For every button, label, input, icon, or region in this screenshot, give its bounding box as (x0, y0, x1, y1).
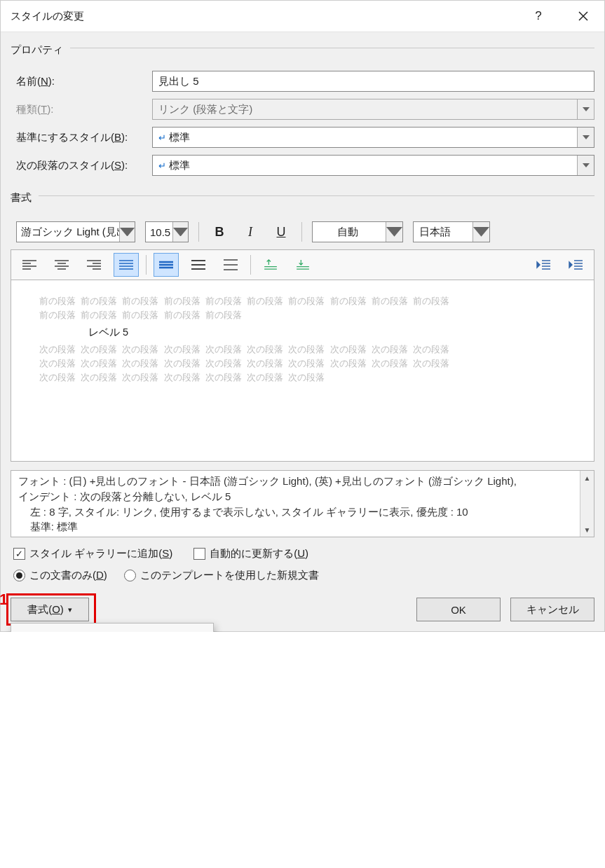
next-style-value: 標準 (169, 159, 190, 172)
italic-button[interactable]: I (240, 221, 261, 242)
font-color-combo[interactable]: 自動 (312, 221, 403, 242)
next-style-combo[interactable]: ↵ 標準 (152, 155, 594, 176)
format-menu: フォント(F)... 2 段落(P)... タブとリーダー(T)... 罫線と網… (11, 623, 214, 632)
style-description-text: フォント : (日) +見出しのフォント - 日本語 (游ゴシック Light)… (18, 474, 578, 534)
dialog-title: スタイルの変更 (11, 10, 84, 23)
name-row: 名前(N): 見出し 5 (11, 71, 594, 92)
chevron-down-icon[interactable] (386, 222, 402, 242)
checkbox-row: ✓ スタイル ギャラリーに追加(S) 自動的に更新する(U) (11, 547, 594, 560)
cancel-button[interactable]: キャンセル (510, 598, 594, 621)
separator (198, 222, 199, 242)
desc-line: フォント : (日) +見出しのフォント - 日本語 (游ゴシック Light)… (18, 474, 578, 489)
new-documents-template-radio[interactable]: このテンプレートを使用した新規文書 (124, 569, 319, 582)
increase-indent-button[interactable] (563, 253, 588, 277)
chevron-down-icon[interactable] (577, 156, 594, 175)
checkbox-unchecked-icon (193, 548, 205, 560)
ok-cancel-row: OK キャンセル (416, 598, 594, 621)
next-style-label: 次の段落のスタイル(S): (11, 159, 144, 172)
chevron-down-icon[interactable] (172, 222, 188, 242)
align-center-button[interactable] (49, 253, 74, 277)
add-to-gallery-checkbox[interactable]: ✓ スタイル ギャラリーに追加(S) (13, 547, 172, 560)
next-row: 次の段落のスタイル(S): ↵ 標準 (11, 155, 594, 176)
add-to-gallery-label: スタイル ギャラリーに追加(S) (29, 547, 172, 560)
dialog-body: プロパティ 名前(N): 見出し 5 種類(T): リンク (段落と文字) 基準… (1, 32, 604, 631)
menu-item-font[interactable]: フォント(F)... (11, 626, 213, 632)
separator (301, 222, 302, 242)
name-input[interactable]: 見出し 5 (152, 71, 594, 92)
properties-heading-row: プロパティ (11, 39, 594, 64)
format-menu-wrap: 1 書式(O) ▾ フォント(F)... 2 段落(P)... タブとリーダー(… (11, 598, 89, 621)
line-spacing-2-button[interactable] (218, 253, 243, 277)
font-size-value: 10.5 (150, 226, 170, 238)
close-button[interactable] (569, 5, 597, 27)
bold-button[interactable]: B (209, 221, 230, 242)
space-before-increase-button[interactable] (258, 253, 283, 277)
pilcrow-icon: ↵ (158, 132, 166, 143)
language-combo[interactable]: 日本語 (413, 221, 490, 242)
chevron-down-icon[interactable] (577, 128, 594, 147)
base-style-value: 標準 (169, 131, 190, 144)
checkbox-checked-icon: ✓ (13, 548, 25, 560)
align-right-button[interactable] (81, 253, 107, 277)
help-button[interactable]: ? (524, 5, 552, 27)
base-style-combo[interactable]: ↵ 標準 (152, 127, 594, 148)
chevron-down-icon (577, 99, 594, 119)
next-paragraph-text: 次の段落 次の段落 次の段落 次の段落 次の段落 次の段落 次の段落 次の段落 … (39, 357, 566, 371)
underline-button[interactable]: U (271, 221, 292, 242)
line-spacing-1-button[interactable] (154, 253, 179, 277)
scrollbar[interactable]: ▲ ▼ (580, 471, 594, 537)
preview-pane: 前の段落 前の段落 前の段落 前の段落 前の段落 前の段落 前の段落 前の段落 … (11, 280, 594, 462)
properties-heading: プロパティ (11, 43, 63, 57)
auto-update-label: 自動的に更新する(U) (210, 547, 308, 560)
prev-paragraph-text: 前の段落 前の段落 前の段落 前の段落 前の段落 前の段落 前の段落 前の段落 … (39, 294, 566, 308)
space-before-decrease-button[interactable] (290, 253, 315, 277)
auto-update-checkbox[interactable]: 自動的に更新する(U) (193, 547, 308, 560)
format-menu-label: 書式(O) (27, 603, 64, 616)
base-row: 基準にするスタイル(B): ↵ 標準 (11, 127, 594, 148)
base-style-label: 基準にするスタイル(B): (11, 131, 144, 144)
desc-line: 基準: 標準 (18, 519, 578, 534)
paragraph-toolbar (11, 249, 594, 280)
format-heading-row: 書式 (11, 187, 594, 212)
bottom-button-row: 1 書式(O) ▾ フォント(F)... 2 段落(P)... タブとリーダー(… (11, 598, 594, 621)
prev-paragraph-text: 前の段落 前の段落 前の段落 前の段落 前の段落 (39, 308, 566, 322)
type-row: 種類(T): リンク (段落と文字) (11, 99, 594, 120)
radio-checked-icon (13, 570, 25, 581)
caret-down-icon: ▾ (68, 605, 72, 614)
title-bar: スタイルの変更 ? (1, 1, 604, 32)
desc-line: インデント : 次の段落と分離しない, レベル 5 (18, 489, 578, 504)
font-color-value: 自動 (337, 226, 358, 239)
font-size-combo[interactable]: 10.5 (145, 221, 189, 242)
annotation-1: 1 (0, 591, 8, 609)
this-document-only-radio[interactable]: この文書のみ(D) (13, 569, 107, 582)
chevron-down-icon[interactable] (473, 222, 489, 242)
format-menu-button[interactable]: 書式(O) ▾ (11, 598, 89, 621)
ok-button[interactable]: OK (416, 598, 501, 621)
scroll-track[interactable] (580, 485, 594, 523)
separator (146, 255, 147, 275)
format-toolbar: 游ゴシック Light (見出 10.5 B I U 自動 日本語 (16, 221, 594, 242)
type-combo: リンク (段落と文字) (152, 99, 594, 120)
title-bar-buttons: ? (524, 5, 597, 27)
modify-style-dialog: スタイルの変更 ? プロパティ 名前(N): 見出し 5 種類(T): リンク … (0, 0, 605, 632)
name-label: 名前(N): (11, 75, 144, 88)
new-documents-template-label: このテンプレートを使用した新規文書 (140, 569, 319, 582)
align-justify-button[interactable] (114, 253, 139, 277)
sample-text: レベル 5 (39, 324, 566, 340)
font-name-value: 游ゴシック Light (見出 (21, 226, 127, 239)
type-value: リンク (段落と文字) (158, 103, 252, 116)
close-icon (578, 11, 588, 21)
radio-row: この文書のみ(D) このテンプレートを使用した新規文書 (11, 569, 594, 582)
decrease-indent-button[interactable] (531, 253, 556, 277)
line-spacing-15-button[interactable] (186, 253, 211, 277)
chevron-down-icon[interactable] (119, 222, 135, 242)
language-value: 日本語 (419, 226, 451, 239)
format-heading: 書式 (11, 191, 32, 205)
pilcrow-icon: ↵ (158, 160, 166, 171)
scroll-up-icon[interactable]: ▲ (580, 471, 594, 485)
align-left-button[interactable] (17, 253, 42, 277)
next-paragraph-text: 次の段落 次の段落 次の段落 次の段落 次の段落 次の段落 次の段落 次の段落 … (39, 343, 566, 357)
font-name-combo[interactable]: 游ゴシック Light (見出 (16, 221, 135, 242)
type-label: 種類(T): (11, 103, 144, 116)
scroll-down-icon[interactable]: ▼ (580, 523, 594, 537)
